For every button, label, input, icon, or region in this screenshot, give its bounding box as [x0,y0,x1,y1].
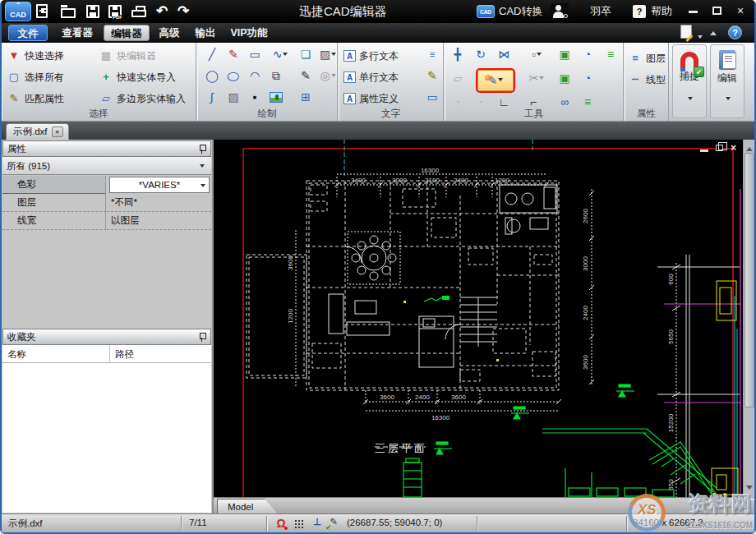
menu-output[interactable]: 输出 [189,25,222,41]
minimize-button[interactable] [684,3,702,18]
quick-edit-dropdown[interactable] [697,25,703,41]
tab-close-button[interactable]: × [52,127,63,137]
text-style-tool[interactable]: ✎ [422,67,442,86]
mdi-minimize-button[interactable] [700,150,708,152]
line-tool[interactable]: ╱ [202,45,222,65]
table-tool[interactable]: ⊞ [296,88,316,108]
scrollbar-thumb[interactable] [744,153,754,407]
username[interactable]: 羽卒 [590,2,611,21]
image-icon [270,92,283,103]
select-all-button[interactable]: ▢选择所有 [7,68,64,86]
cad-convert-label[interactable]: CAD转换 [499,2,542,21]
pin-icon[interactable] [199,333,205,342]
help-label[interactable]: 帮助 [651,2,672,21]
ortho-toggle[interactable]: ⊥ [309,516,325,532]
arc-tool[interactable]: ◠ [245,67,265,86]
chevron-down-icon [201,184,205,190]
close-button[interactable]: × [731,3,749,18]
open-file-button[interactable] [61,2,76,21]
time-rotate-tool[interactable]: ◔ [578,69,597,89]
model-tab[interactable]: Model [217,499,278,514]
match-properties-button[interactable]: ✎匹配属性 [7,90,64,108]
numbered-text-tool[interactable]: ≡ [422,45,442,65]
quick-select-button[interactable]: ▼快速选择 [7,47,64,65]
trim-tool-disabled[interactable]: ✂ [523,69,550,89]
hatch-region-tool[interactable]: ▨ [316,45,340,65]
properties-filter-dropdown[interactable]: 所有 (915) [2,157,211,175]
spline-tool[interactable]: ∫ [202,88,222,108]
sketch-tool[interactable]: ✎ [224,45,243,65]
group-tool[interactable]: ▣ [555,69,574,89]
menu-viewer[interactable]: 查看器 [54,25,100,41]
highlighted-redline-tool[interactable]: ✎ [477,70,514,91]
cad-logo-icon[interactable]: ⌃CAD [5,2,31,21]
scroll-down-icon[interactable] [746,486,753,493]
user-button[interactable] [551,2,569,21]
polygon-entity-input-button[interactable]: ▱多边形实体输入 [99,90,186,108]
hatch-tool[interactable]: ▨ [224,88,243,108]
color-value-combobox[interactable]: *VARIES* [109,177,210,193]
document-tab[interactable]: 示例.dxf × [6,123,69,140]
copy-tool[interactable]: ⧉ [266,67,286,86]
pin-icon[interactable] [199,145,205,154]
move-tool[interactable]: ╋ [448,45,468,65]
align-tool[interactable]: ▣ [555,45,574,65]
undo-button[interactable]: ↶ [156,2,168,21]
favorites-col-path[interactable]: 路径 [109,345,134,363]
funnel-icon: ▼ [7,48,21,63]
text-button[interactable]: A单行文本 [343,68,399,86]
layout-tool[interactable]: ≡ [601,45,620,65]
menu-file[interactable]: 文件 [8,25,48,41]
snap-toggle[interactable]: Ω [273,516,289,532]
mtext-button[interactable]: A多行文本 [343,47,399,65]
block-tool[interactable]: ❏ [296,45,316,65]
favorites-list[interactable] [2,363,211,513]
mdi-restore-button[interactable] [716,145,723,151]
save-pdf-button[interactable]: PDF [108,2,122,21]
time-copy-tool[interactable]: ◔ [578,45,597,65]
point-tool[interactable]: ▪ [245,88,265,108]
fade-tool[interactable]: ◎ [316,67,340,86]
circle-tool[interactable]: ◯ [202,67,222,86]
linetype-button[interactable]: ┄线型 [628,71,666,89]
save-button[interactable] [86,2,99,21]
mdi-close-button[interactable]: × [731,143,736,153]
paste-tool-disabled[interactable]: ▱ [448,69,468,89]
vertical-scrollbar[interactable] [743,140,754,497]
menu-vip[interactable]: VIP功能 [225,25,273,41]
maximize-button[interactable] [708,3,726,18]
favorites-col-name[interactable]: 名称 [2,349,26,359]
property-row-lineweight[interactable]: 线宽 以图层 [2,212,211,230]
grid-toggle[interactable] [291,516,307,532]
block-editor-button[interactable]: ▩块编辑器 [99,47,156,65]
print-button[interactable] [131,2,146,21]
property-row-layer[interactable]: 图层 *不同* [2,194,211,212]
edit-text-tool[interactable]: ▭ [422,88,442,108]
select-rect-tool[interactable]: ▫ [523,45,550,65]
ellipse-tool[interactable]: ◯ [224,69,243,84]
menu-advanced[interactable]: 高级 [153,25,186,41]
new-file-button[interactable] [36,2,48,21]
quick-edit-button[interactable] [680,25,692,41]
rotate-tool[interactable]: ↻ [471,45,491,65]
redo-button[interactable]: ↷ [177,2,189,21]
rectangle-tool[interactable]: ▭ [245,45,265,65]
snap-button[interactable]: ✔ 捕捉 [672,44,707,118]
drawing-canvas[interactable]: 16300 3400 3000 2100 2400 1200 3600 [214,140,754,513]
image-tool[interactable] [266,90,286,109]
mirror-tool[interactable]: ⋈ [494,45,514,65]
pen-tool[interactable]: ✎ [296,67,316,86]
quick-entity-import-button[interactable]: +快速实体导入 [99,68,176,86]
menu-editor[interactable]: 编辑器 [104,25,150,41]
layers-button[interactable]: ≡图层 [628,49,666,67]
help-button[interactable]: ? [633,2,646,21]
attribute-define-button[interactable]: A属性定义 [343,90,399,108]
collapse-ribbon-button[interactable] [710,25,717,41]
scroll-up-icon[interactable] [746,144,753,151]
print-icon [131,10,146,17]
draft-toggle[interactable]: ✎ ✔ [325,516,342,532]
edit-button[interactable]: 编辑 [710,44,744,118]
help-circle-button[interactable]: ? [728,25,742,41]
polyline-tool[interactable]: ∿ [266,45,294,65]
cad-convert-button[interactable]: CAD [477,2,495,21]
